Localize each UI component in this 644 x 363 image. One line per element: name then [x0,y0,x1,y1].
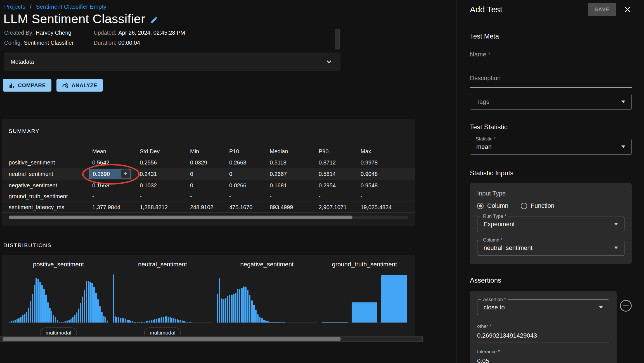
summary-panel: SUMMARY MeanStd DevMinP10MedianP90Maxpos… [2,119,415,226]
column-select-label: Column * [481,237,504,243]
description-field[interactable]: Description [470,75,632,88]
histogram-bar [149,321,150,323]
histogram-bar [233,294,235,323]
save-button[interactable]: SAVE [588,3,616,16]
tags-select-placeholder: Tags [476,98,621,106]
histogram-bar [72,317,74,323]
chart-title: ground_truth_sentiment [322,259,407,271]
radio-column[interactable]: Column [477,202,508,209]
column-select[interactable]: Column * neutral_sentiment [477,240,624,256]
metadata-accordion[interactable]: Metadata [4,52,340,71]
run-meta: Created By:Harvey Cheng Updated:Apr 26, … [4,30,185,46]
dropdown-caret-icon [621,145,625,148]
histogram-bar [243,286,245,323]
histogram-bar [116,317,117,323]
table-row: negative_sentiment0.16680.103200.02660.1… [2,180,415,191]
table-row: sentiment_latency_ms1,377.98441,288.8212… [2,202,415,213]
radio-selected-icon[interactable] [477,203,484,209]
histogram-bar [32,294,33,323]
histogram-bar [18,318,20,323]
compare-button[interactable]: COMPARE [3,79,51,92]
table-scrollbar-thumb[interactable] [9,216,352,219]
row-label: sentiment_latency_ms [9,204,92,211]
histogram-bar [141,322,142,323]
dropdown-caret-icon [614,247,618,249]
histogram-bar [170,317,171,323]
table-cell: 0.1668 [92,182,140,189]
tolerance-field-label: tolerance * [477,349,609,355]
histogram-bar [113,274,114,323]
analyze-button[interactable]: ANALYZE [56,79,103,92]
histogram-bar [273,322,275,323]
tolerance-field-value[interactable]: 0.05 [477,357,609,363]
name-field[interactable]: Name * [470,51,632,64]
breadcrumb-current-link[interactable]: Sentiment Classifier Empty [36,3,106,10]
histogram-bar [189,322,190,323]
histogram-bar [182,321,183,323]
radio-column-label: Column [487,202,508,209]
add-test-panel: Add Test SAVE Test Meta Name * Descripti… [456,0,644,363]
run-type-select[interactable]: Run Type * Experiment [477,216,624,232]
table-cell: 1,377.9844 [92,204,140,211]
chart-title: neutral_sentiment [113,259,212,271]
tags-select[interactable]: Tags [470,94,632,110]
assertion-select[interactable]: Assertion * close to [477,299,609,315]
histogram-bar [146,321,147,323]
histogram-bar [115,316,116,323]
metadata-accordion-label: Metadata [11,59,325,65]
radio-unselected-icon[interactable] [521,203,527,209]
histogram-bar [219,278,220,323]
table-cell: - [190,193,229,200]
name-field-label: Name * [470,51,632,58]
horizontal-scrollbar[interactable] [0,336,423,342]
radio-function[interactable]: Function [521,202,554,209]
edit-title-icon[interactable] [150,16,158,24]
vertical-scrollbar[interactable] [335,29,340,49]
histogram-bar [352,302,378,323]
histogram-bar [271,322,273,323]
assertions-heading: Assertions [470,276,632,284]
histogram-bar [283,322,285,323]
histogram-bar [237,289,238,323]
histogram [9,275,108,323]
add-assertion-plus-button[interactable]: + [121,169,130,178]
input-type-label: Input Type [477,190,624,197]
histogram-bar [51,311,53,323]
histogram-bar [20,317,22,323]
table-horizontal-scrollbar[interactable] [9,216,408,219]
selected-cell-value: 0.2690 [93,171,110,177]
histogram-bar [35,278,37,323]
page-title: LLM Sentiment Classifier [3,12,145,26]
other-field-value[interactable]: 0.2690213491429043 [477,332,609,343]
histogram-bar [45,295,47,323]
histogram-bar [16,319,18,323]
histogram-bar [127,320,128,323]
histogram-bar [227,296,228,323]
horizontal-scrollbar-thumb[interactable] [3,337,341,341]
column-header: P90 [319,148,361,155]
selected-cell[interactable]: 0.2690+ [89,169,131,179]
remove-assertion-button[interactable] [620,300,632,312]
histogram-bar [65,321,66,323]
description-field-label: Description [470,75,632,82]
histogram-bar [55,317,56,323]
table-row: positive_sentiment0.56420.25560.03290.26… [2,157,415,168]
histogram-bar [165,316,166,323]
breadcrumb-projects-link[interactable]: Projects [4,3,25,10]
histogram-bar [279,322,281,323]
histogram-bar [166,316,167,323]
histogram-bar [43,289,45,323]
main-content: Projects / Sentiment Classifier Empty LL… [0,0,456,363]
table-cell: 0 [190,182,229,189]
close-icon[interactable] [623,5,632,14]
histogram-bar [239,289,240,323]
histogram-bar [97,299,99,323]
chevron-down-icon[interactable] [325,58,333,65]
table-cell: 0.5814 [319,171,361,177]
table-cell: 0.2954 [319,182,361,189]
histogram-bar [137,322,138,323]
histogram-bar [225,298,226,323]
histogram-bar [107,321,108,323]
row-label: negative_sentiment [9,182,92,189]
statistic-select[interactable]: Statistic * mean [470,139,632,155]
